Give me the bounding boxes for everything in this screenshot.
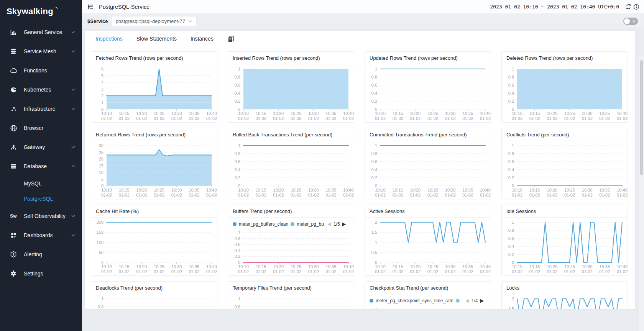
sidebar-item-general-service[interactable]: General Service [0,23,82,42]
chart-panel-committed: Committed Transactions Trend (per second… [365,128,491,199]
sidebar-item-browser[interactable]: Browser [0,118,82,138]
svg-text:01-02: 01-02 [308,269,319,274]
sidebar-item-settings[interactable]: Settings [0,264,82,283]
deleted-rows-chart[interactable]: 00.20.40.60.8110:1001-0210:1501-0210:200… [502,64,628,122]
legend-item[interactable]: meter_pg_bu [291,221,324,227]
sidebar-item-kubernetes[interactable]: Kubernetes [0,80,82,99]
fetched-rows-chart[interactable]: 012345610:1001-0210:1501-0210:2001-0210:… [91,64,217,122]
svg-text:10:35: 10:35 [189,111,200,116]
svg-text:1: 1 [238,67,240,71]
svg-text:10:15: 10:15 [529,111,540,116]
svg-text:01-02: 01-02 [171,116,182,121]
svg-text:01-02: 01-02 [410,269,421,274]
collapse-sidebar-icon[interactable] [87,3,94,10]
refresh-icon[interactable] [625,3,632,10]
sidebar-item-alerting[interactable]: Alerting [0,245,82,264]
committed-chart[interactable]: 00.20.40.60.8110:1001-0210:1501-0210:200… [365,141,491,199]
sidebar-item-service-mesh[interactable]: Service Mesh [0,42,82,61]
legend-prev-icon[interactable]: ◀ [465,298,469,303]
conflicts-chart[interactable]: 00.20.40.60.8110:1001-0210:1501-0210:200… [502,141,628,199]
chevron-down-icon [71,234,75,236]
svg-text:01-02: 01-02 [427,116,438,121]
svg-text:10:10: 10:10 [512,188,522,192]
chart-title: Committed Transactions Trend (per second… [365,128,491,141]
service-label: $Service [87,18,108,24]
buffers-chart[interactable]: 00.20.40.60.8110:1001-0210:1501-0210:200… [228,228,354,275]
svg-text:01-02: 01-02 [343,269,354,274]
rolled-back-chart[interactable]: 00.20.40.60.8110:1001-0210:1501-0210:200… [228,141,354,199]
tab-instances[interactable]: Instances [191,36,214,42]
tab-inspections[interactable]: Inspections [95,36,123,42]
sidebar-item-gateway[interactable]: Gateway [0,138,82,157]
svg-text:0.4: 0.4 [371,91,377,95]
sidebar-item-mysql[interactable]: MySQL [0,176,82,191]
svg-text:01-02: 01-02 [273,116,284,121]
svg-text:01-02: 01-02 [512,269,522,274]
svg-text:0.2: 0.2 [235,99,240,103]
chart-panel-deleted-rows: Deleted Rows Trend (rows per second) 00.… [501,51,628,123]
info-icon[interactable] [633,4,639,10]
sw-logo-icon: Sw [10,212,17,220]
sidebar-item-dashboards[interactable]: Dashboards [0,226,82,245]
deadlocks-chart[interactable]: 00.20.40.60.8110:1001-0210:1501-0210:200… [91,294,217,309]
svg-text:25: 25 [99,150,104,155]
legend-next-icon[interactable]: ▶ [480,298,484,303]
svg-text:01-02: 01-02 [291,269,301,274]
dashboard-grid-icon [10,231,17,239]
svg-text:01-02: 01-02 [462,269,473,274]
legend-next-icon[interactable]: ▶ [342,221,346,227]
svg-text:10:15: 10:15 [393,188,403,192]
legend-item[interactable]: meter_pg_buffers_clean [233,221,288,227]
svg-text:10:25: 10:25 [564,264,575,269]
legend-item[interactable] [456,299,462,303]
checkpoint-chart[interactable]: 00.20.40.60.8110:1001-0210:1501-0210:200… [365,305,491,309]
idle-sessions-chart[interactable]: 00.20.40.60.8110:1001-0210:1501-0210:200… [502,218,628,275]
sidebar-item-label: Settings [24,270,75,277]
sidebar-item-functions[interactable]: Functions [0,61,82,80]
svg-text:01-02: 01-02 [393,193,403,197]
temporary-files-chart[interactable]: 00.20.40.60.8110:1001-0210:1501-0210:200… [228,294,354,309]
scrollbar-thumb[interactable] [640,60,643,175]
svg-text:01-02: 01-02 [189,116,199,121]
svg-text:10:10: 10:10 [101,264,112,269]
legend-page: 1/4 [472,298,478,303]
cache-hit-rate-chart[interactable]: 05010015020010:1001-0210:1501-0210:2001-… [91,218,217,275]
svg-text:0.6: 0.6 [235,242,240,247]
tab-slow-statements[interactable]: Slow Statements [136,36,177,42]
locks-chart[interactable]: 00.511.5210:1001-0210:1501-0210:2001-021… [502,294,628,309]
svg-text:10:40: 10:40 [480,111,491,116]
svg-text:10:30: 10:30 [171,111,182,116]
returned-rows-chart[interactable]: 05101520253010:1001-0210:1501-0210:2001-… [91,141,217,199]
sidebar-item-database[interactable]: Database [0,157,82,176]
view-mode-toggle[interactable]: V [623,18,638,25]
legend-item[interactable]: meter_pg_checkpoint_sync_time_rate [370,298,453,303]
legend-prev-icon[interactable]: ◀ [327,221,331,227]
sidebar-item-postgresql[interactable]: PostgreSQL [0,191,82,206]
svg-text:01-02: 01-02 [325,116,336,121]
svg-text:10:25: 10:25 [291,111,301,116]
inserted-rows-chart[interactable]: 00.20.40.60.8110:1001-0210:1501-0210:200… [228,64,354,122]
time-range[interactable]: 2023-01-02 10:10 ~ 2023-01-02 10:40 UTC+… [490,4,619,10]
updated-rows-chart[interactable]: 00.20.40.60.8110:1001-0210:1501-0210:200… [365,64,491,122]
svg-text:01-02: 01-02 [445,269,456,274]
service-select[interactable]: postgresql::psql-deployment-77 [112,16,197,26]
svg-text:01-02: 01-02 [273,269,284,274]
service-select-value: postgresql::psql-deployment-77 [116,18,185,24]
chart-panel-fetched-rows: Fetched Rows Trend (rows per second) 012… [91,51,217,123]
sidebar-item-self-observability[interactable]: Sw Self Observability [0,206,82,226]
svg-text:01-02: 01-02 [617,269,628,274]
active-sessions-chart[interactable]: 00.511.5210:1001-0210:1501-0210:2001-021… [365,218,491,275]
dashboard-card: Inspections Slow Statements Instances Fe… [85,31,635,309]
svg-text:01-02: 01-02 [582,193,593,197]
svg-text:10:15: 10:15 [256,111,266,116]
chart-panel-deadlocks: Deadlocks Trend (per second) 00.20.40.60… [91,281,217,309]
skywalking-logo[interactable]: Skywalking [0,0,82,19]
copy-dashboard-icon[interactable] [227,35,235,43]
svg-text:01-02: 01-02 [599,193,610,197]
chart-panel-returned-rows: Returned Rows Trend (rows per second) 05… [91,128,217,199]
svg-text:10:40: 10:40 [343,264,354,269]
svg-text:01-02: 01-02 [238,193,249,197]
sidebar-item-infrastructure[interactable]: Infrastructure [0,99,82,118]
svg-text:01-02: 01-02 [617,193,628,197]
nodes-icon [10,105,17,113]
